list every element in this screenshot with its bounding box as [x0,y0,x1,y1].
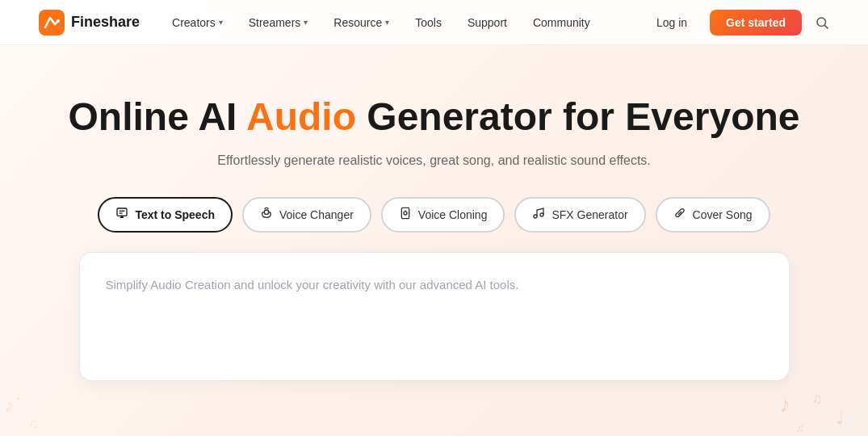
tab-voice-cloning[interactable]: Voice Cloning [381,197,505,233]
decoration-left: ♪ ♫ ♩ [0,388,65,436]
voice-changer-icon [260,207,273,223]
nav-item-support[interactable]: Support [468,16,507,29]
decoration-right: ♪ ♫ ♩ ♬ [771,388,868,436]
tab-cover-song[interactable]: Cover Song [656,197,770,233]
tab-sfx-generator[interactable]: SFX Generator [514,197,645,233]
content-placeholder-text: Simplify Audio Creation and unlock your … [106,275,763,295]
get-started-button[interactable]: Get started [710,10,802,36]
svg-text:♩: ♩ [16,391,21,402]
nav-item-creators[interactable]: Creators ▾ [172,16,223,29]
hero-section: Online AI Audio Generator for Everyone E… [0,45,868,381]
svg-text:♪: ♪ [4,394,14,416]
cover-song-icon [673,207,686,223]
svg-rect-0 [39,10,65,36]
nav-item-tools[interactable]: Tools [415,16,442,29]
svg-text:♫: ♫ [28,417,38,430]
svg-point-1 [57,19,60,23]
nav-item-streamers[interactable]: Streamers ▾ [249,16,308,29]
logo[interactable]: Fineshare [39,10,140,36]
chevron-down-icon: ▾ [304,18,308,27]
svg-point-11 [534,215,537,218]
svg-text:♪: ♪ [779,392,790,417]
nav-links: Creators ▾ Streamers ▾ Resource ▾ Tools … [172,16,647,29]
tab-text-to-speech[interactable]: Text to Speech [98,197,233,233]
content-card: Simplify Audio Creation and unlock your … [79,252,790,381]
navbar: Fineshare Creators ▾ Streamers ▾ Resourc… [0,0,868,45]
feature-tabs: Text to Speech Voice Changer Voice C [98,197,769,233]
svg-text:♫: ♫ [811,391,823,407]
svg-point-2 [817,18,826,27]
search-icon[interactable] [815,15,829,30]
nav-item-resource[interactable]: Resource ▾ [333,16,389,29]
hero-subtitle: Effortlessly generate realistic voices, … [217,153,651,168]
svg-line-3 [824,25,828,28]
svg-rect-8 [401,208,409,218]
svg-point-12 [540,213,543,216]
tab-voice-changer[interactable]: Voice Changer [242,197,371,233]
svg-rect-4 [117,208,127,216]
chevron-down-icon: ▾ [385,18,389,27]
chevron-down-icon: ▾ [219,18,223,27]
svg-text:♬: ♬ [795,421,804,434]
voice-cloning-icon [399,207,412,223]
svg-point-7 [264,210,268,214]
svg-point-9 [404,212,407,215]
nav-item-community[interactable]: Community [533,16,590,29]
sfx-generator-icon [532,207,545,223]
logo-text: Fineshare [71,14,140,31]
hero-title: Online AI Audio Generator for Everyone [69,94,800,140]
text-to-speech-icon [115,207,128,223]
svg-text:♩: ♩ [836,408,844,428]
login-button[interactable]: Log in [647,11,697,34]
nav-actions: Log in Get started [647,10,829,36]
